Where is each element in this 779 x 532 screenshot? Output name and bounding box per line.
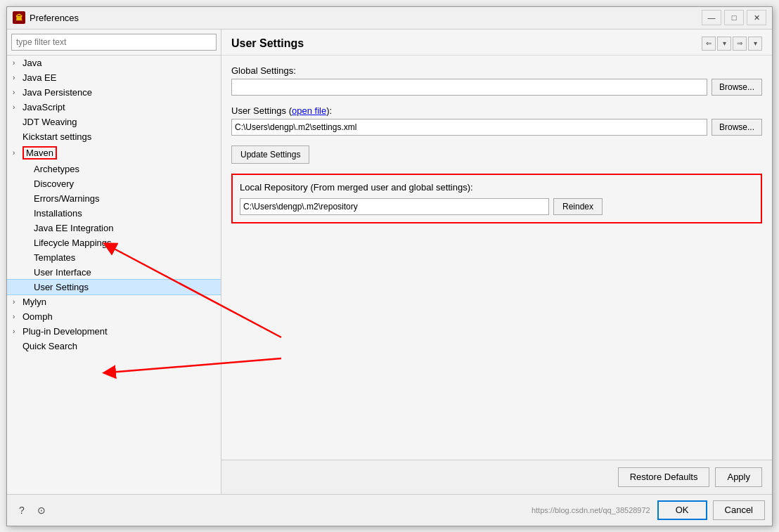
main-content: ›Java›Java EE›Java Persistence›JavaScrip… xyxy=(7,30,772,494)
back-nav-button[interactable]: ⇐ xyxy=(702,37,716,51)
ok-button[interactable]: OK xyxy=(657,500,707,520)
sidebar-item-archetypes[interactable]: Archetypes xyxy=(7,162,221,176)
filter-input[interactable] xyxy=(11,34,217,51)
filter-box xyxy=(7,30,221,56)
global-settings-browse-button[interactable]: Browse... xyxy=(712,79,762,96)
sidebar-item-label-jdt-weaving: JDT Weaving xyxy=(22,117,77,127)
user-settings-label: User Settings (open file): xyxy=(231,105,762,116)
sidebar-item-label-mylyn: Mylyn xyxy=(22,297,46,307)
open-file-link[interactable]: open file xyxy=(292,105,326,116)
sidebar-item-label-java-ee-integration: Java EE Integration xyxy=(34,223,113,233)
panel-body: Global Settings: Browse... User Settings… xyxy=(221,56,772,460)
title-bar: 🏛 Preferences — □ ✕ xyxy=(7,7,772,30)
repo-input-row: Reindex xyxy=(240,198,754,215)
sidebar-item-label-java-persistence: Java Persistence xyxy=(22,87,92,98)
local-repo-section: Local Repository (From merged user and g… xyxy=(231,174,762,223)
watermark: https://blog.csdn.net/qq_38528972 xyxy=(49,506,657,514)
forward-dropdown-button[interactable]: ▾ xyxy=(748,37,762,51)
app-icon: 🏛 xyxy=(13,11,25,24)
global-settings-field: Global Settings: Browse... xyxy=(231,65,762,96)
panel-header: User Settings ⇐ ▾ ⇒ ▾ xyxy=(221,30,772,56)
panel-footer: Restore Defaults Apply xyxy=(221,460,772,494)
sidebar-item-label-plug-in-development: Plug-in Development xyxy=(22,326,108,337)
user-settings-label-prefix: User Settings ( xyxy=(231,105,292,116)
preferences-window: 🏛 Preferences — □ ✕ ›Java›Java EE›Java P… xyxy=(6,6,773,526)
local-repo-input[interactable] xyxy=(240,198,549,215)
user-settings-browse-button[interactable]: Browse... xyxy=(712,119,762,136)
apply-button[interactable]: Apply xyxy=(715,467,762,487)
sidebar-item-label-maven: Maven xyxy=(22,146,57,160)
user-settings-input-row: Browse... xyxy=(231,119,762,136)
sidebar: ›Java›Java EE›Java Persistence›JavaScrip… xyxy=(7,30,221,494)
restore-defaults-button[interactable]: Restore Defaults xyxy=(618,467,710,487)
local-repo-label: Local Repository (From merged user and g… xyxy=(240,182,754,193)
sidebar-item-label-archetypes: Archetypes xyxy=(34,164,79,174)
sidebar-item-mylyn[interactable]: ›Mylyn xyxy=(7,294,221,309)
sidebar-item-label-java: Java xyxy=(22,58,41,68)
sidebar-item-label-oomph: Oomph xyxy=(22,311,53,322)
info-button[interactable]: ⊙ xyxy=(34,502,49,518)
sidebar-item-label-user-settings: User Settings xyxy=(34,282,89,292)
sidebar-item-label-quick-search: Quick Search xyxy=(22,341,77,351)
sidebar-item-label-errors-warnings: Errors/Warnings xyxy=(34,193,99,204)
title-bar-left: 🏛 Preferences xyxy=(13,11,79,24)
user-settings-input[interactable] xyxy=(231,119,707,136)
sidebar-item-java[interactable]: ›Java xyxy=(7,56,221,70)
sidebar-item-kickstart-settings[interactable]: Kickstart settings xyxy=(7,129,221,144)
global-settings-label: Global Settings: xyxy=(231,65,762,76)
global-settings-input-row: Browse... xyxy=(231,79,762,96)
update-settings-button[interactable]: Update Settings xyxy=(231,145,309,164)
sidebar-item-label-discovery: Discovery xyxy=(34,179,74,189)
bottom-icons: ? ⊙ xyxy=(14,502,49,518)
tree-container[interactable]: ›Java›Java EE›Java Persistence›JavaScrip… xyxy=(7,56,221,494)
sidebar-item-discovery[interactable]: Discovery xyxy=(7,176,221,191)
sidebar-item-label-lifecycle-mappings: Lifecycle Mappings xyxy=(34,238,112,248)
panel-title: User Settings xyxy=(231,37,304,50)
sidebar-item-label-installations: Installations xyxy=(34,208,82,219)
sidebar-item-errors-warnings[interactable]: Errors/Warnings xyxy=(7,191,221,206)
sidebar-item-jdt-weaving[interactable]: JDT Weaving xyxy=(7,115,221,129)
sidebar-item-plug-in-development[interactable]: ›Plug-in Development xyxy=(7,324,221,339)
sidebar-item-lifecycle-mappings[interactable]: Lifecycle Mappings xyxy=(7,235,221,250)
sidebar-item-quick-search[interactable]: Quick Search xyxy=(7,339,221,353)
right-panel: User Settings ⇐ ▾ ⇒ ▾ Global Settings: B… xyxy=(221,30,772,494)
sidebar-item-label-java-ee: Java EE xyxy=(22,72,56,83)
minimize-button[interactable]: — xyxy=(702,10,721,25)
title-controls: — □ ✕ xyxy=(702,10,766,25)
maximize-button[interactable]: □ xyxy=(724,10,744,25)
sidebar-item-label-javascript: JavaScript xyxy=(22,102,65,112)
reindex-button[interactable]: Reindex xyxy=(553,198,603,215)
sidebar-item-user-settings[interactable]: User Settings xyxy=(7,280,221,294)
cancel-button[interactable]: Cancel xyxy=(713,500,765,520)
nav-arrows: ⇐ ▾ ⇒ ▾ xyxy=(702,37,762,51)
user-settings-field: User Settings (open file): Browse... xyxy=(231,105,762,136)
sidebar-item-java-ee-integration[interactable]: Java EE Integration xyxy=(7,221,221,235)
back-dropdown-button[interactable]: ▾ xyxy=(717,37,731,51)
sidebar-item-label-kickstart-settings: Kickstart settings xyxy=(22,131,91,142)
ok-cancel-buttons: OK Cancel xyxy=(657,500,765,520)
sidebar-item-oomph[interactable]: ›Oomph xyxy=(7,309,221,324)
bottom-bar: ? ⊙ https://blog.csdn.net/qq_38528972 OK… xyxy=(7,494,772,526)
user-settings-label-suffix: ): xyxy=(326,105,332,116)
sidebar-item-label-user-interface: User Interface xyxy=(34,267,91,278)
global-settings-input[interactable] xyxy=(231,79,707,96)
sidebar-item-user-interface[interactable]: User Interface xyxy=(7,265,221,280)
sidebar-item-label-templates: Templates xyxy=(34,252,75,263)
sidebar-item-java-persistence[interactable]: ›Java Persistence xyxy=(7,85,221,100)
sidebar-item-installations[interactable]: Installations xyxy=(7,206,221,221)
forward-nav-button[interactable]: ⇒ xyxy=(733,37,747,51)
sidebar-item-java-ee[interactable]: ›Java EE xyxy=(7,70,221,85)
sidebar-item-templates[interactable]: Templates xyxy=(7,250,221,265)
update-settings-row: Update Settings xyxy=(231,145,762,164)
window-title: Preferences xyxy=(30,13,79,23)
sidebar-item-maven[interactable]: ›Maven xyxy=(7,144,221,162)
sidebar-item-javascript[interactable]: ›JavaScript xyxy=(7,100,221,115)
close-button[interactable]: ✕ xyxy=(747,10,766,25)
help-button[interactable]: ? xyxy=(14,502,30,518)
